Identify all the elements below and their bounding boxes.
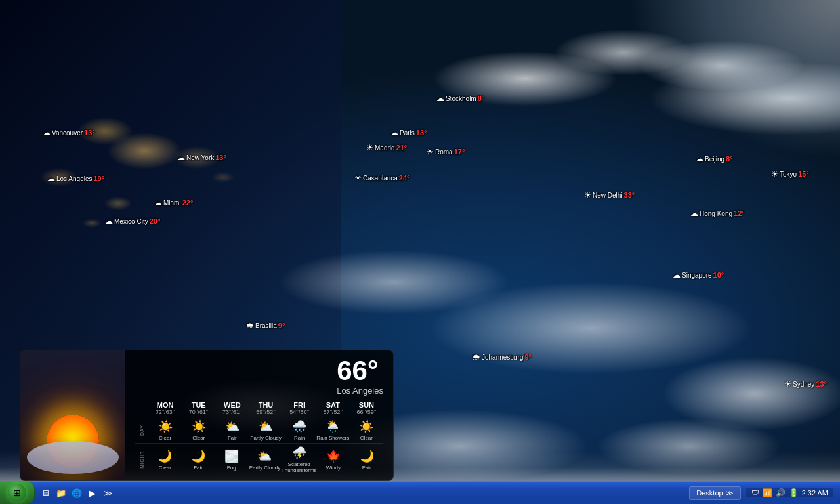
start-button[interactable]: ⊞ [0,482,35,504]
city-label-hong-kong: ☁Hong Kong12° [690,209,745,218]
taskbar-icon-extra[interactable]: ≫ [101,486,116,500]
night-icon-sun: 🌙Fair [350,449,383,471]
city-label-tokyo: ☀Tokyo15° [771,169,809,178]
start-orb-icon: ⊞ [8,484,26,502]
day-icon-thu: ⛅Partly Cloudy [249,419,282,441]
main-temperature: 66° [337,357,383,385]
tray-volume-icon[interactable]: 🔊 [776,488,786,497]
taskbar-icon-monitor[interactable]: 🖥 [38,486,52,500]
system-clock: 2:32 AM [802,489,828,497]
day-forecast-row: DAY☀️Clear☀️Clear⛅Fair⛅Partly Cloudy🌧️Ra… [135,417,383,441]
forecast-day-sat: SAT57°/52° [316,401,350,415]
weather-widget: 66° Los Angeles MON72°/63°TUE70°/61°WED7… [20,350,394,481]
night-icon-fri: ⛈️Scattered Thunderstorms [282,446,317,474]
day-icon-tue: ☀️Clear [182,419,215,441]
taskbar-items: 🖥 📁 🌐 ▶ ≫ [35,486,362,500]
weather-animation [20,350,125,480]
city-label-madrid: ☀Madrid21° [366,143,407,152]
desktop-arrow-icon: ≫ [726,489,734,497]
city-label-vancouver: ☁Vancouver13° [43,128,95,137]
night-icon-thu: ⛅Partly Cloudy [248,449,282,471]
forecast-day-mon: MON72°/63° [148,401,182,415]
city-label-brasilia: 🌧Brasilia9° [246,321,285,330]
forecast-day-wed: WED73°/61° [215,401,249,415]
city-label-casablanca: ☀Casablanca24° [354,173,410,182]
taskbar-icon-folder[interactable]: 📁 [54,486,68,500]
day-icon-mon: ☀️Clear [148,419,182,441]
desktop-button[interactable]: Desktop ≫ [689,486,740,500]
city-name: Los Angeles [337,386,383,396]
city-label-stockholm: ☁Stockholm8° [436,94,484,103]
forecast-day-tue: TUE70°/61° [182,401,215,415]
night-icon-wed: 🌫️Fog [215,449,248,471]
forecast-day-fri: FRI54°/50° [283,401,316,415]
city-label-miami: ☁Miami22° [154,198,193,207]
city-label-paris: ☁Paris13° [390,128,427,137]
forecast-day-thu: THU59°/52° [249,401,282,415]
city-label-beijing: ☁Beijing8° [696,154,733,163]
taskbar[interactable]: ⊞ 🖥 📁 🌐 ▶ ≫ Desktop ≫ 🛡 📶 🔊 🔋 2:32 AM [0,481,840,504]
desktop-label: Desktop [696,489,723,497]
tray-battery-icon[interactable]: 🔋 [789,488,799,497]
city-label-new-delhi: ☀New Delhi33° [584,190,635,200]
tray-network-icon[interactable]: 📶 [763,488,772,497]
city-label-johannesburg: 🌧Johannesburg9° [472,352,532,362]
temp-header: 66° Los Angeles [135,357,383,396]
cloud-graphic [27,441,119,474]
city-label-singapore: ☁Singapore10° [673,270,724,280]
forecast-table: MON72°/63°TUE70°/61°WED73°/61°THU59°/52°… [135,401,383,474]
forecast-header-row: MON72°/63°TUE70°/61°WED73°/61°THU59°/52°… [135,401,383,415]
city-label-mexico-city: ☁Mexico City20° [105,217,160,226]
system-tray: 🛡 📶 🔊 🔋 2:32 AM [746,488,833,497]
night-icon-sat: 🍁Windy [317,449,350,471]
taskbar-icon-browser[interactable]: 🌐 [70,486,84,500]
day-icon-fri: 🌧️Rain [283,419,316,441]
weather-info: 66° Los Angeles MON72°/63°TUE70°/61°WED7… [125,350,393,480]
taskbar-right: Desktop ≫ 🛡 📶 🔊 🔋 2:32 AM [682,486,840,500]
night-icon-mon: 🌙Clear [148,449,182,471]
day-icon-sun: ☀️Clear [350,419,383,441]
city-label-roma: ☀Roma17° [427,147,465,156]
city-label-new-york: ☁New York13° [177,153,226,162]
day-icon-wed: ⛅Fair [215,419,249,441]
taskbar-icon-media[interactable]: ▶ [85,486,100,500]
city-label-los-angeles: ☁Los Angeles19° [47,174,104,183]
night-icon-tue: 🌙Fair [182,449,215,471]
forecast-rows: MON72°/63°TUE70°/61°WED73°/61°THU59°/52°… [135,401,383,474]
day-icon-sat: 🌦️Rain Showers [316,419,350,441]
night-forecast-row: NIGHT🌙Clear🌙Fair🌫️Fog⛅Partly Cloudy⛈️Sca… [135,443,383,474]
tray-security-icon[interactable]: 🛡 [751,488,759,497]
forecast-day-sun: SUN66°/59° [350,401,383,415]
city-label-sydney: ☀Sydney13° [784,379,827,388]
